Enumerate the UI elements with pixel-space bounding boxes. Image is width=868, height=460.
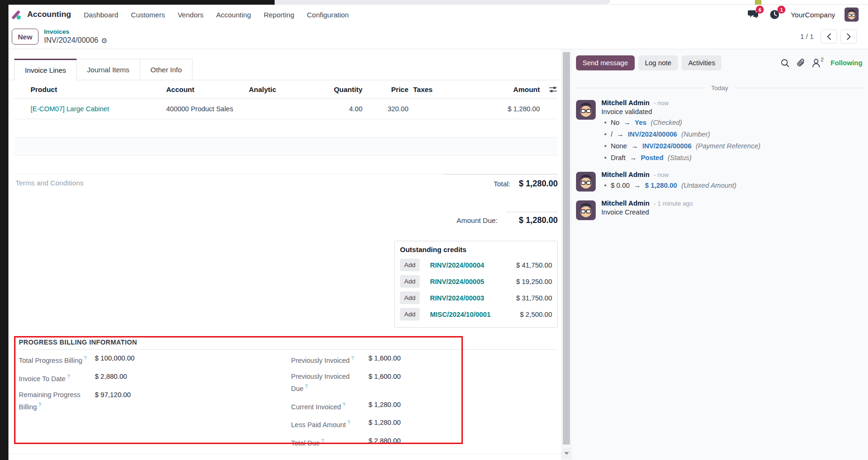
add-credit-button[interactable]: Add [400, 275, 420, 288]
tracking-changes: No→Yes(Checked) /→INV/2024/00006(Number)… [601, 117, 863, 164]
field-value: $ 1,600.00 [369, 353, 401, 366]
empty-line-row[interactable] [14, 119, 558, 138]
activities-button[interactable]: Activities [682, 55, 722, 70]
main-menu: Dashboard Customers Vendors Accounting R… [84, 11, 349, 19]
credit-ref-link[interactable]: RINV/2024/00003 [430, 294, 484, 302]
tab-other-info[interactable]: Other Info [140, 59, 193, 80]
amount-due-label: Amount Due: [456, 216, 498, 224]
menu-vendors[interactable]: Vendors [177, 11, 203, 19]
old-value: No [611, 119, 620, 126]
top-navbar: Accounting Dashboard Customers Vendors A… [8, 5, 868, 24]
help-icon[interactable]: ? [347, 420, 350, 425]
pager-next-button[interactable] [840, 30, 857, 44]
help-icon[interactable]: ? [342, 402, 345, 407]
terms-and-conditions-placeholder[interactable]: Terms and Conditions [15, 179, 84, 187]
credit-amount: $ 31,750.00 [516, 294, 552, 302]
user-avatar[interactable] [845, 8, 859, 22]
date-divider: Today [576, 84, 863, 92]
help-icon[interactable]: ? [321, 438, 324, 444]
record-pager: 1 / 1 [800, 30, 857, 44]
company-name[interactable]: YourCompany [791, 11, 835, 19]
menu-accounting[interactable]: Accounting [216, 11, 251, 19]
tab-invoice-lines[interactable]: Invoice Lines [14, 59, 77, 80]
message-author[interactable]: Mitchell Admin [601, 199, 650, 207]
add-credit-button[interactable]: Add [400, 259, 420, 271]
help-icon[interactable]: ? [305, 383, 308, 389]
field-less-paid-amount: Less Paid Amount? $ 1,280.00 [291, 418, 451, 430]
breadcrumb-invoices-link[interactable]: Invoices [44, 28, 108, 36]
field-label: Total Due [291, 439, 320, 447]
message-author[interactable]: Mitchell Admin [601, 99, 650, 107]
add-credit-button[interactable]: Add [400, 291, 420, 304]
search-messages-button[interactable] [781, 59, 790, 68]
help-icon[interactable]: ? [351, 355, 354, 361]
help-icon[interactable]: ? [67, 374, 70, 379]
col-product[interactable]: Product [14, 81, 166, 98]
gear-icon[interactable]: ⚙ [101, 37, 108, 44]
pager-previous-button[interactable] [821, 30, 837, 44]
message-author[interactable]: Mitchell Admin [601, 171, 650, 178]
following-toggle[interactable]: Following [830, 59, 862, 67]
empty-line-row[interactable] [14, 138, 558, 156]
col-analytic[interactable]: Analytic [249, 81, 323, 98]
followers-count: 2 [821, 57, 823, 62]
top-strip-dark [0, 0, 275, 5]
chatter-message[interactable]: Mitchell Admin - now $ 0.00→$ 1,280.00(U… [571, 171, 868, 192]
field-value: $ 1,280.00 [369, 400, 401, 412]
top-strip-line [610, 4, 868, 5]
credit-ref-link[interactable]: MISC/2024/10/0001 [430, 311, 491, 318]
send-message-button[interactable]: Send message [576, 55, 635, 70]
total-value: $ 1,280.00 [519, 179, 558, 189]
chatter-message[interactable]: Mitchell Admin - now Invoice validated N… [571, 99, 868, 164]
window-left-edge [0, 0, 8, 460]
pager-count: 1 / 1 [800, 33, 814, 40]
optional-columns-icon[interactable] [549, 86, 558, 93]
scrollbar-thumb[interactable] [563, 52, 570, 445]
chevron-right-icon [846, 33, 851, 40]
cell-amount[interactable]: $ 1,280.00 [440, 105, 540, 113]
field-name: (Number) [681, 130, 710, 138]
menu-customers[interactable]: Customers [131, 11, 165, 19]
vertical-scrollbar[interactable] [561, 49, 571, 460]
progress-billing-left-column: Total Progress Billing? $ 100,000.00 Inv… [19, 353, 225, 418]
cell-quantity[interactable]: 4.00 [323, 105, 362, 113]
app-name: Accounting [27, 10, 71, 19]
col-price[interactable]: Price [362, 81, 408, 98]
new-button[interactable]: New [12, 29, 38, 45]
log-note-button[interactable]: Log note [638, 55, 678, 70]
scrollbar-down-button[interactable] [562, 448, 571, 459]
credit-ref-link[interactable]: RINV/2024/00005 [430, 278, 484, 285]
tracking-changes: $ 0.00→$ 1,280.00(Untaxed Amount) [601, 180, 863, 192]
accounting-app-icon[interactable] [10, 8, 23, 21]
menu-reporting[interactable]: Reporting [264, 11, 294, 19]
help-icon[interactable]: ? [84, 355, 86, 361]
new-value: Yes [635, 119, 646, 126]
col-quantity[interactable]: Quantity [323, 81, 362, 98]
messages-menu-button[interactable]: 6 [747, 9, 760, 20]
col-amount[interactable]: Amount [440, 81, 540, 98]
col-account[interactable]: Account [166, 81, 249, 98]
field-value: $ 97,120.00 [95, 390, 131, 412]
field-label: Remaining Progress Billing [19, 391, 80, 411]
add-credit-button[interactable]: Add [400, 308, 420, 321]
credit-row: Add RINV/2024/00004 $ 41,750.00 [400, 257, 552, 273]
menu-dashboard[interactable]: Dashboard [84, 11, 118, 19]
product-link[interactable]: [E-COM07] Large Cabinet [31, 105, 109, 113]
chatter-message[interactable]: Mitchell Admin - 1 minute ago Invoice Cr… [571, 199, 868, 221]
menu-configuration[interactable]: Configuration [307, 11, 349, 19]
followers-button[interactable]: 2 [812, 59, 823, 68]
invoice-line-row[interactable]: [E-COM07] Large Cabinet 400000 Product S… [14, 99, 558, 119]
outstanding-credits-title: Outstanding credits [400, 245, 552, 253]
field-current-invoiced: Current Invoiced? $ 1,280.00 [291, 400, 451, 412]
field-value: $ 1,600.00 [369, 372, 401, 394]
credit-ref-link[interactable]: RINV/2024/00004 [430, 261, 484, 269]
col-taxes[interactable]: Taxes [408, 81, 440, 98]
tab-journal-items[interactable]: Journal Items [77, 59, 140, 80]
activities-menu-button[interactable]: 1 [769, 9, 781, 20]
empty-line-row[interactable] [14, 156, 558, 174]
cell-account[interactable]: 400000 Product Sales [166, 105, 249, 113]
attachments-button[interactable] [797, 58, 805, 68]
help-icon[interactable]: ? [38, 402, 41, 407]
tracking-change: No→Yes(Checked) [601, 117, 863, 129]
cell-price[interactable]: 320.00 [362, 105, 408, 113]
